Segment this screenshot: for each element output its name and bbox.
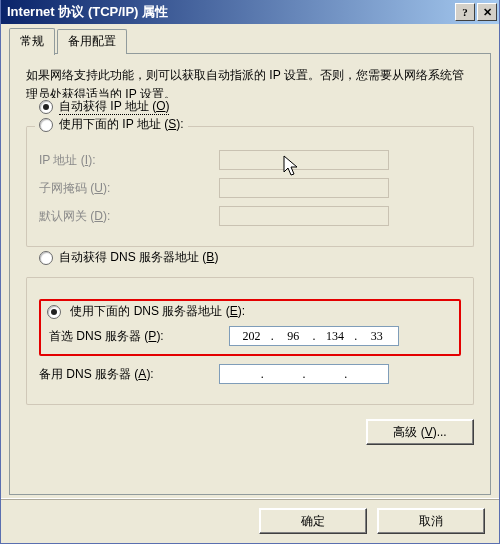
close-button[interactable]: ✕ <box>477 3 497 21</box>
ip-address-input <box>219 150 389 170</box>
subnet-mask-input <box>219 178 389 198</box>
question-icon: ? <box>462 7 468 18</box>
dns-highlight-box: 使用下面的 DNS 服务器地址 (E): 首选 DNS 服务器 (P): 202… <box>39 299 461 356</box>
dns-group: 自动获得 DNS 服务器地址 (B) 使用下面的 DNS 服务器地址 (E): … <box>26 277 474 405</box>
close-icon: ✕ <box>483 7 492 18</box>
dns-manual-radio[interactable] <box>47 305 61 319</box>
tab-general[interactable]: 常规 <box>9 28 55 55</box>
ip-auto-radio-row[interactable]: 自动获得 IP 地址 (O) <box>35 98 173 115</box>
client-area: 常规 备用配置 如果网络支持此功能，则可以获取自动指派的 IP 设置。否则，您需… <box>9 32 491 495</box>
subnet-mask-label: 子网掩码 (U): <box>39 180 219 197</box>
tab-alternate-label: 备用配置 <box>68 34 116 48</box>
ip-manual-label: 使用下面的 IP 地址 (S): <box>59 116 184 133</box>
cancel-button-label: 取消 <box>419 513 443 530</box>
tab-strip: 常规 备用配置 <box>9 32 491 54</box>
title-bar[interactable]: Internet 协议 (TCP/IP) 属性 ? ✕ <box>1 0 499 24</box>
cancel-button[interactable]: 取消 <box>377 508 485 534</box>
tab-alternate[interactable]: 备用配置 <box>57 29 127 54</box>
ip-manual-radio-row[interactable]: 使用下面的 IP 地址 (S): <box>35 116 188 133</box>
preferred-dns-label: 首选 DNS 服务器 (P): <box>49 328 229 345</box>
tab-panel-general: 如果网络支持此功能，则可以获取自动指派的 IP 设置。否则，您需要从网络系统管理… <box>9 53 491 495</box>
tcpip-properties-window: Internet 协议 (TCP/IP) 属性 ? ✕ 常规 备用配置 如果网络… <box>0 0 500 544</box>
ok-button[interactable]: 确定 <box>259 508 367 534</box>
advanced-button-label: 高级 (V)... <box>393 424 446 441</box>
dns-auto-label: 自动获得 DNS 服务器地址 (B) <box>59 249 218 266</box>
help-button[interactable]: ? <box>455 3 475 21</box>
tab-general-label: 常规 <box>20 34 44 48</box>
ip-manual-radio[interactable] <box>39 118 53 132</box>
ip-auto-radio[interactable] <box>39 100 53 114</box>
dns-auto-radio-row[interactable]: 自动获得 DNS 服务器地址 (B) <box>35 249 222 266</box>
ip-address-label: IP 地址 (I): <box>39 152 219 169</box>
ok-button-label: 确定 <box>301 513 325 530</box>
ip-auto-label: 自动获得 IP 地址 (O) <box>59 98 169 115</box>
dialog-button-bar: 确定 取消 <box>1 498 499 543</box>
window-title: Internet 协议 (TCP/IP) 属性 <box>7 3 453 21</box>
dns-auto-radio[interactable] <box>39 251 53 265</box>
gateway-input <box>219 206 389 226</box>
alt-dns-input[interactable]: . . . <box>219 364 389 384</box>
alt-dns-label: 备用 DNS 服务器 (A): <box>39 366 219 383</box>
dns-manual-radio-row[interactable]: 使用下面的 DNS 服务器地址 (E): <box>47 304 245 318</box>
preferred-dns-input[interactable]: 202. 96. 134. 33 <box>229 326 399 346</box>
ip-group: 自动获得 IP 地址 (O) 使用下面的 IP 地址 (S): IP 地址 (I… <box>26 126 474 247</box>
dns-manual-label: 使用下面的 DNS 服务器地址 (E): <box>70 304 245 318</box>
advanced-button[interactable]: 高级 (V)... <box>366 419 474 445</box>
gateway-label: 默认网关 (D): <box>39 208 219 225</box>
